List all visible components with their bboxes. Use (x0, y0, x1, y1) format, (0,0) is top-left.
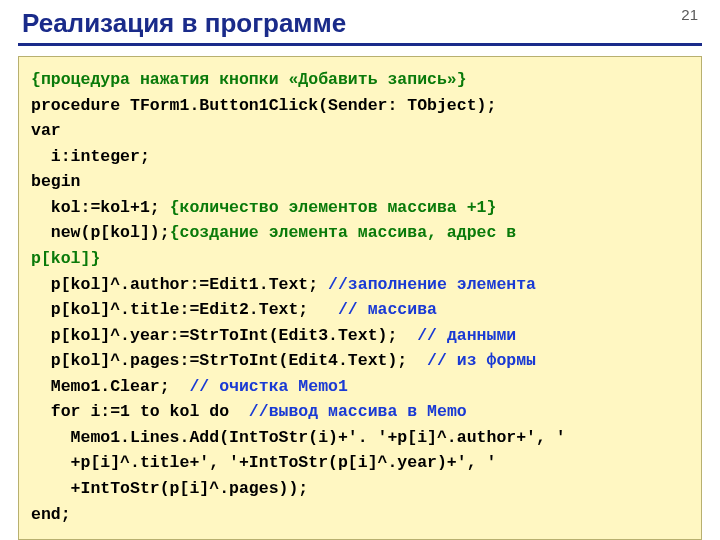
comment-brace: {создание элемента массива, адрес в (170, 223, 517, 242)
comment-slash: // из формы (427, 351, 536, 370)
code-block: {процедура нажатия кнопки «Добавить запи… (18, 56, 702, 540)
code-line: for i:=1 to kol do (31, 402, 249, 421)
code-line: procedure TForm1.Button1Click(Sender: TO… (31, 96, 496, 115)
code-line: p[kol]^.title:=Edit2.Text; (31, 300, 338, 319)
code-line: i:integer; (31, 147, 150, 166)
code-line: kol:=kol+1; (31, 198, 170, 217)
slide-title: Реализация в программе (18, 8, 702, 39)
comment-brace: {процедура нажатия кнопки «Добавить запи… (31, 70, 467, 89)
slide: 21 Реализация в программе {процедура наж… (0, 0, 720, 540)
comment-slash: // данными (417, 326, 516, 345)
code-line: p[kol]^.author:=Edit1.Text; (31, 275, 328, 294)
code-line: p[kol]^.pages:=StrToInt(Edit4.Text); (31, 351, 427, 370)
comment-brace: {количество элементов массива +1} (170, 198, 497, 217)
code-line: new(p[kol]); (31, 223, 170, 242)
code-line: end; (31, 505, 71, 524)
comment-slash: //вывод массива в Memo (249, 402, 467, 421)
comment-slash: // очистка Memo1 (189, 377, 347, 396)
code-line: begin (31, 172, 81, 191)
code-line: +p[i]^.title+', '+IntToStr(p[i]^.year)+'… (31, 453, 496, 472)
code-line: Memo1.Lines.Add(IntToStr(i)+'. '+p[i]^.a… (31, 428, 566, 447)
comment-slash: //заполнение элемента (328, 275, 536, 294)
code-line: var (31, 121, 61, 140)
code-line: +IntToStr(p[i]^.pages)); (31, 479, 308, 498)
code-line: p[kol]^.year:=StrToInt(Edit3.Text); (31, 326, 417, 345)
comment-slash: // массива (338, 300, 437, 319)
page-number: 21 (681, 6, 698, 23)
title-rule (18, 43, 702, 46)
comment-brace: p[kol]} (31, 249, 100, 268)
code-line: Memo1.Clear; (31, 377, 189, 396)
